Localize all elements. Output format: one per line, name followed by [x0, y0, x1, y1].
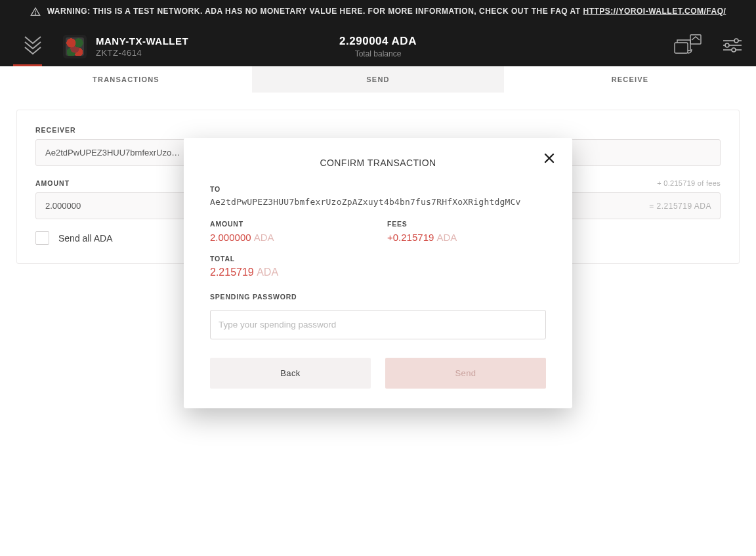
- confirm-amount-label: AMOUNT: [210, 220, 361, 228]
- confirm-transaction-modal: CONFIRM TRANSACTION TO Ae2tdPwUPEZ3HUU7b…: [184, 138, 572, 408]
- back-button[interactable]: Back: [210, 358, 371, 389]
- modal-overlay: CONFIRM TRANSACTION TO Ae2tdPwUPEZ3HUU7b…: [0, 0, 756, 556]
- to-label: TO: [210, 185, 546, 193]
- confirm-total-value: 2.215719: [210, 267, 254, 278]
- confirm-total-unit: ADA: [257, 267, 278, 278]
- modal-title: CONFIRM TRANSACTION: [203, 158, 553, 168]
- confirm-fees-unit: ADA: [437, 232, 457, 243]
- confirm-amount-value: 2.000000: [210, 232, 251, 243]
- to-address: Ae2tdPwUPEZ3HUU7bmfexrUzoZpAZxuyt4b4bn7f…: [210, 197, 546, 207]
- confirm-total-label: TOTAL: [210, 255, 546, 263]
- confirm-amount-unit: ADA: [254, 232, 274, 243]
- send-button[interactable]: Send: [385, 358, 546, 389]
- spending-password-input[interactable]: [210, 310, 546, 339]
- confirm-fees-value: +0.215719: [387, 232, 434, 243]
- confirm-fees-label: FEES: [387, 220, 457, 228]
- modal-close-button[interactable]: [543, 152, 555, 167]
- spending-password-label: SPENDING PASSWORD: [210, 293, 546, 301]
